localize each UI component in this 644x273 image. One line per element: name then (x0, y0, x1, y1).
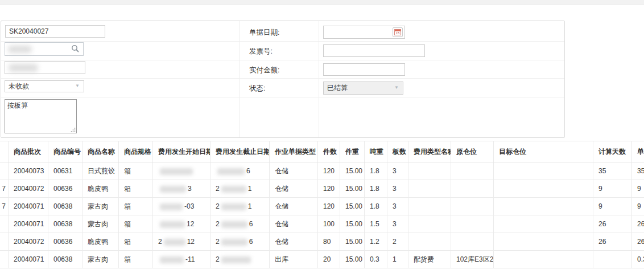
cell-tonnage: 1.8 (365, 180, 387, 198)
masked-field-input[interactable] (5, 61, 85, 74)
cell-spec: 箱 (119, 180, 153, 198)
cell-target_slot (494, 251, 593, 268)
cell-end_date: 21 (210, 180, 270, 198)
col-header-doc_type: 作业单据类型 (270, 141, 318, 162)
cell-doc_type: 出库 (270, 251, 318, 268)
cell-calc_days (593, 251, 632, 268)
status-select[interactable]: 已结算 ▼ (323, 82, 403, 95)
invoice-number-input[interactable] (323, 44, 425, 57)
table-row[interactable]: 72004007100638蒙古肉箱-0321仓储12015.001.8399 (0, 198, 644, 215)
table-row[interactable]: 72004007200636脆皮鸭箱321仓储12015.001.8399 (0, 180, 644, 198)
cell-code: 00638 (48, 251, 82, 268)
row-divider (1, 60, 564, 60)
cell-fee_type: 配货费 (408, 251, 451, 268)
cell-calc_days: 26 (593, 233, 632, 251)
masked-date (164, 239, 185, 246)
masked-date (160, 221, 185, 228)
cell-start_date: 12 (153, 215, 210, 233)
cell-doc_type: 仓储 (270, 215, 318, 233)
col-header-end_date: 费用发生截止日期 (210, 141, 270, 162)
fee-table-body: 2004007300631日式煎饺箱6仓储12015.001.833535720… (0, 162, 644, 268)
col-header-target_slot: 目标仓位 (494, 141, 593, 162)
paid-amount-label: 实付金额: (249, 66, 279, 75)
cell-origin_slot: 102库E3区2层 (451, 251, 494, 268)
doc-date-input[interactable]: 15 (323, 26, 405, 39)
table-row[interactable]: 2004007300631日式煎饺箱6仓储12015.001.833535 (0, 162, 644, 180)
cell-hidden: 7 (0, 198, 9, 215)
search-icon[interactable] (71, 44, 80, 54)
cell-spec: 箱 (119, 215, 153, 233)
cell-piece_weight: 15.00 (340, 233, 365, 251)
customer-lookup-input[interactable] (5, 42, 84, 56)
chevron-down-icon: ▼ (394, 81, 399, 93)
cell-tonnage: 1.2 (365, 233, 387, 251)
masked-text (8, 46, 32, 53)
cell-target_slot (494, 162, 593, 180)
cell-pallets: 3 (387, 162, 408, 180)
cell-hidden (0, 233, 9, 251)
cell-origin_slot (451, 180, 494, 198)
cell-code: 00631 (48, 162, 82, 180)
cell-piece_weight: 15.00 (340, 251, 365, 268)
column-divider (239, 21, 240, 137)
cell-name: 脆皮鸭 (82, 180, 119, 198)
doc-number-input[interactable] (5, 25, 105, 38)
cell-hidden (0, 215, 9, 233)
calendar-icon[interactable]: 15 (393, 27, 403, 37)
remark-textarea[interactable]: 按板算 (5, 99, 77, 133)
cell-calc_days: 9 (593, 198, 632, 215)
calendar-glyph: 15 (394, 29, 401, 35)
cell-unit_price: 0.3 (632, 251, 644, 268)
cell-doc_type: 仓储 (270, 233, 318, 251)
col-header-spec: 商品规格 (119, 141, 153, 162)
col-header-code: 商品编号 (48, 141, 82, 162)
col-header-calc_days: 计算天数 (593, 141, 632, 162)
cell-pieces: 120 (318, 162, 340, 180)
status-label: 状态: (249, 84, 265, 93)
cell-end_date: 2 (210, 251, 270, 268)
col-header-fee_type: 费用类型名称 (408, 141, 451, 162)
cell-spec: 箱 (119, 251, 153, 268)
cell-hidden (0, 162, 9, 180)
cell-pallets: 2 (387, 233, 408, 251)
cell-pallets: 3 (387, 180, 408, 198)
cell-piece_weight: 15.00 (340, 215, 365, 233)
cell-hidden (0, 251, 9, 268)
doc-date-label: 单据日期: (249, 28, 279, 38)
fee-detail-table: 商品批次商品编号商品名称商品规格费用发生开始日期费用发生截止日期作业单据类型件数… (0, 141, 644, 268)
table-row[interactable]: 2004007100638蒙古肉箱1226仓储10015.001.532626 (0, 215, 644, 233)
fee-detail-table-wrap: 商品批次商品编号商品名称商品规格费用发生开始日期费用发生截止日期作业单据类型件数… (0, 141, 644, 273)
cell-start_date (153, 162, 210, 180)
status-value: 已结算 (327, 84, 348, 92)
payment-status-select[interactable]: 未收款 ▼ (5, 80, 84, 92)
cell-target_slot (494, 233, 593, 251)
cell-batch: 20040072 (9, 180, 48, 198)
cell-end_date: 6 (210, 162, 270, 180)
cell-code: 00636 (48, 233, 82, 251)
cell-unit_price: 9 (632, 180, 644, 198)
resize-handle-icon[interactable] (71, 127, 76, 132)
table-row[interactable]: 2004007200636脆皮鸭箱21226仓储8015.001.222626 (0, 233, 644, 251)
fee-settlement-form: 未收款 ▼ 按板算 单据日期: 发票号: 实付金额: 状态: 15 已结算 ▼ (1, 21, 565, 138)
cell-batch: 20040071 (9, 215, 48, 233)
cell-tonnage: 1.8 (365, 198, 387, 215)
table-header-row: 商品批次商品编号商品名称商品规格费用发生开始日期费用发生截止日期作业单据类型件数… (0, 141, 644, 162)
cell-spec: 箱 (119, 198, 153, 215)
cell-batch: 20040073 (9, 162, 48, 180)
paid-amount-input[interactable] (323, 63, 405, 76)
column-divider (319, 21, 319, 137)
cell-end_date: 21 (210, 198, 270, 215)
cell-pieces: 100 (318, 215, 340, 233)
cell-pieces: 20 (318, 251, 340, 268)
cell-pallets: 3 (387, 198, 408, 215)
table-row[interactable]: 2004007100638蒙古肉箱-112出库2015.000.31配货费102… (0, 251, 644, 268)
cell-tonnage: 0.3 (365, 251, 387, 268)
cell-start_date: -11 (153, 251, 210, 268)
col-header-batch: 商品批次 (9, 141, 48, 162)
cell-fee_type (408, 162, 451, 180)
cell-unit_price: 35 (632, 162, 644, 180)
cell-batch: 20040072 (9, 233, 48, 251)
top-window-strip (0, 0, 644, 5)
cell-piece_weight: 15.00 (340, 198, 365, 215)
cell-target_slot (494, 180, 593, 198)
